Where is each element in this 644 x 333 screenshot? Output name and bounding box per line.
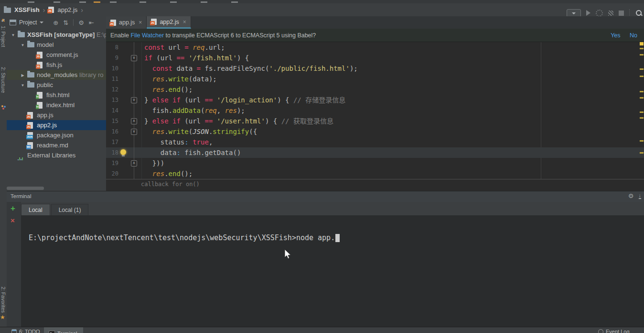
terminal-tab-local[interactable]: Local [21, 204, 50, 215]
gear-icon[interactable]: ⚙ [628, 192, 634, 200]
stripe-button-structure[interactable]: 2: Structure [0, 67, 6, 93]
todo-icon [11, 329, 17, 333]
code-line-9[interactable]: 9∨if (url == '/fish.html') { [106, 53, 644, 63]
tree-item-external-libraries[interactable]: External Libraries [7, 150, 106, 160]
tab-close-icon[interactable]: × [183, 19, 186, 25]
warning-stripe-mark[interactable] [640, 97, 644, 99]
breadcrumb-separator-icon: › [43, 6, 45, 14]
code-text: const data = fs.readFileSync('./public/f… [144, 63, 358, 74]
fold-start-icon[interactable]: ∨ [131, 97, 137, 103]
tree-expand-arrow[interactable]: ▼ [18, 80, 27, 90]
line-number: 17 [106, 137, 118, 147]
horizontal-scrollbar[interactable] [7, 187, 44, 190]
stripe-button-project[interactable]: 1: Project [0, 26, 6, 47]
fold-start-icon[interactable]: ∨ [131, 55, 137, 61]
js-file-icon: JS [48, 7, 54, 13]
warning-stripe-mark[interactable] [640, 152, 644, 154]
close-session-icon[interactable]: × [11, 217, 15, 224]
editor-tab-app2-js[interactable]: JSapp2.js× [147, 16, 191, 29]
code-line-15[interactable]: 15∧} else if (url == '/user.html') { // … [106, 116, 644, 126]
tree-expand-arrow[interactable]: ▼ [18, 40, 27, 50]
tab-close-icon[interactable]: × [139, 19, 142, 26]
collapse-expand-icon[interactable]: ⇅ [63, 19, 68, 26]
tree-item-readme-md[interactable]: MDreadme.md [7, 140, 106, 150]
tree-item-app2-js[interactable]: JSapp2.js [7, 120, 106, 130]
warning-stripe-mark[interactable] [640, 140, 644, 142]
tree-item-comment-js[interactable]: JScomment.js [7, 50, 106, 60]
code-line-10[interactable]: 10 const data = fs.readFileSync('./publi… [106, 63, 644, 74]
tree-item-public[interactable]: ▼public [7, 80, 106, 90]
search-icon[interactable] [635, 10, 642, 16]
code-line-19[interactable]: 19∧ })) [106, 158, 644, 168]
code-line-18[interactable]: 18 data: fish.getData() [106, 147, 644, 158]
tree-item-fish-html[interactable]: Hfish.html [7, 90, 106, 100]
code-line-20[interactable]: 20 res.end(); [106, 168, 644, 179]
debug-icon[interactable] [596, 10, 603, 17]
coverage-icon[interactable] [608, 11, 613, 16]
terminal-output[interactable]: E:\projectAndNote\nextTencent\test\nodej… [21, 215, 644, 327]
banner-no-link[interactable]: No [630, 32, 637, 39]
file-watcher-link[interactable]: File Watcher [130, 32, 164, 39]
new-session-icon[interactable]: + [11, 205, 15, 212]
terminal-header[interactable]: Terminal ⚙ ↓ [7, 191, 644, 202]
tree-item-xssfish[interactable]: ▼XSSFish [storageType] E:\pr [7, 30, 106, 40]
stop-icon[interactable] [619, 11, 624, 16]
warning-stripe-mark[interactable] [640, 117, 644, 119]
breadcrumb-project[interactable]: XSSFish [14, 6, 40, 13]
terminal-tab-local-1-[interactable]: Local (1) [51, 204, 89, 215]
chevron-down-icon[interactable] [40, 22, 43, 25]
terminal-tab-button[interactable]: Terminal [44, 327, 83, 333]
tree-item-model[interactable]: ▼model [7, 40, 106, 50]
tree-item-app-js[interactable]: JSapp.js [7, 110, 106, 120]
project-panel-title[interactable]: Project [19, 19, 37, 26]
run-configuration-dropdown[interactable] [567, 9, 581, 17]
terminal-prompt-text: E:\projectAndNote\nextTencent\test\nodej… [29, 233, 335, 242]
run-icon[interactable] [586, 10, 590, 16]
tree-item-fish-js[interactable]: JSfish.js [7, 60, 106, 70]
tree-expand-arrow[interactable]: ▶ [18, 70, 27, 80]
code-line-13[interactable]: 13∨} else if (url == '/login_action') { … [106, 95, 644, 105]
editor-tab-app-js[interactable]: JSapp.js× [106, 16, 147, 29]
warning-stripe-mark[interactable] [640, 54, 644, 56]
editor-area: JSapp.js×JSapp2.js× Enable File Watcher … [106, 16, 644, 191]
hide-panel-icon[interactable]: ⇤ [89, 19, 94, 26]
warning-stripe-mark[interactable] [640, 48, 644, 49]
locate-file-icon[interactable]: ⊕ [53, 19, 58, 26]
code-line-14[interactable]: 14 fish.addData(req, res); [106, 105, 644, 116]
code-line-8[interactable]: 8const url = req.url; [106, 42, 644, 53]
banner-yes-link[interactable]: Yes [611, 32, 620, 39]
code-editor[interactable]: 8const url = req.url;9∨if (url == '/fish… [106, 42, 644, 179]
intention-bulb-icon[interactable] [120, 149, 126, 155]
json-icon: JSON [27, 132, 33, 139]
tree-item-node-modules[interactable]: ▶node_modules library ro [7, 70, 106, 80]
warning-stripe-mark[interactable] [640, 42, 644, 45]
code-line-11[interactable]: 11 res.write(data); [106, 74, 644, 84]
gear-icon[interactable]: ⚙ [78, 19, 84, 26]
warning-stripe-mark[interactable] [640, 68, 644, 70]
event-log-button[interactable]: Event Log [598, 329, 630, 333]
line-number: 9 [106, 53, 118, 63]
error-stripe[interactable] [639, 16, 644, 191]
todo-tab[interactable]: 6: TODO [11, 329, 40, 333]
mouse-cursor [284, 249, 292, 260]
stripe-button-favorites[interactable]: 2: Favorites [0, 287, 6, 313]
code-line-12[interactable]: 12 res.end(); [106, 84, 644, 95]
tree-expand-arrow[interactable]: ▼ [9, 30, 18, 40]
warning-stripe-mark[interactable] [640, 91, 644, 92]
code-text: fish.addData(req, res); [144, 105, 245, 116]
fold-end-icon[interactable]: ∧ [131, 160, 137, 166]
line-number: 13 [106, 95, 118, 105]
tree-item-package-json[interactable]: JSONpackage.json [7, 130, 106, 140]
tree-item-label: public [37, 81, 53, 89]
breadcrumb-file[interactable]: app2.js [57, 6, 77, 13]
fold-end-icon[interactable]: ∧ [131, 118, 137, 124]
tab-label: app2.js [160, 19, 179, 25]
dock-panel-icon[interactable]: ↓ [639, 193, 642, 199]
warning-stripe-mark[interactable] [640, 76, 644, 77]
fold-start-icon[interactable]: ∨ [131, 129, 137, 135]
editor-hint-bar: callback for on() [106, 179, 644, 191]
warning-stripe-mark[interactable] [640, 111, 644, 113]
tree-item-index-html[interactable]: Hindex.html [7, 100, 106, 110]
code-line-17[interactable]: 17 status: true, [106, 137, 644, 147]
code-line-16[interactable]: 16∨ res.write(JSON.stringify({ [106, 126, 644, 137]
